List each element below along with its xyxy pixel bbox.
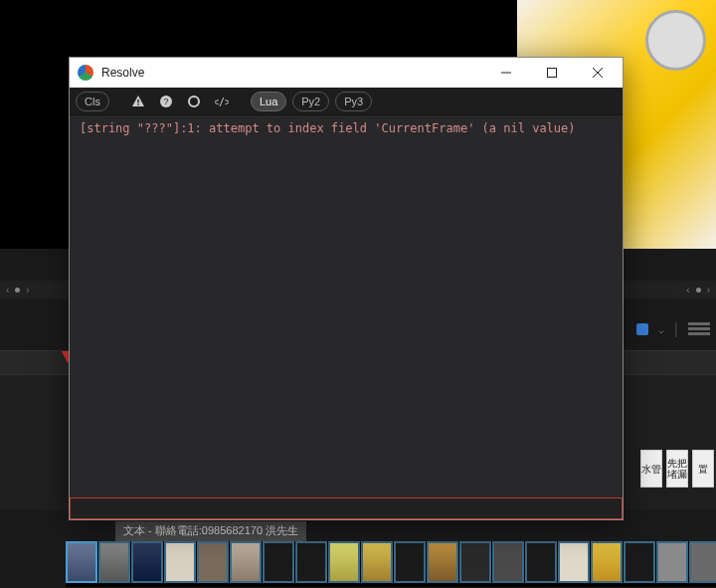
svg-rect-4 [137, 99, 138, 103]
media-thumb[interactable] [525, 541, 557, 583]
media-thumb[interactable] [295, 541, 327, 583]
chip[interactable]: 水管 [640, 450, 662, 488]
console-error-line: [string "???"]:1: attempt to index field… [80, 121, 613, 135]
media-thumb[interactable] [197, 541, 229, 583]
console-input-wrap [70, 497, 623, 519]
media-thumb[interactable] [394, 541, 426, 583]
console-input[interactable] [71, 498, 622, 518]
page-dots-right[interactable]: ‹ › [686, 285, 710, 295]
media-thumb[interactable] [66, 541, 97, 583]
console-body: Cls ? </> Lua Py2 Py3 [string "???"]:1: … [70, 88, 623, 519]
svg-rect-1 [548, 69, 557, 78]
dot-1[interactable] [15, 288, 20, 293]
svg-text:?: ? [163, 97, 168, 106]
page-dots-left[interactable]: ‹ › [6, 285, 30, 295]
chip[interactable]: 先把堵漏 [666, 450, 688, 488]
media-thumb[interactable] [591, 541, 623, 583]
media-thumb[interactable] [263, 541, 294, 583]
console-output[interactable]: [string "???"]:1: attempt to index field… [70, 115, 623, 497]
chevron-left-icon[interactable]: ‹ [686, 285, 689, 295]
media-thumbnail-strip[interactable] [66, 541, 716, 587]
layout-grid-icon[interactable] [688, 322, 710, 336]
media-thumb[interactable] [427, 541, 458, 583]
svg-point-9 [192, 99, 195, 102]
lang-py2-button[interactable]: Py2 [292, 92, 329, 111]
close-button[interactable] [575, 58, 621, 88]
media-thumb[interactable] [459, 541, 491, 583]
lang-lua-button[interactable]: Lua [251, 92, 286, 111]
window-title: Resolve [101, 66, 483, 80]
media-thumb[interactable] [624, 541, 655, 583]
gear-icon[interactable] [183, 92, 205, 111]
media-thumb[interactable] [492, 541, 524, 583]
dot-1[interactable] [696, 288, 701, 293]
console-window: Resolve Cls ? [69, 57, 624, 520]
clear-button[interactable]: Cls [76, 92, 109, 111]
chevron-right-icon[interactable]: › [707, 285, 710, 295]
console-toolbar: Cls ? </> Lua Py2 Py3 [70, 88, 623, 115]
maximize-button[interactable] [529, 58, 575, 88]
chip[interactable]: 置 [692, 450, 714, 488]
chevron-down-icon[interactable]: ⌵ [658, 324, 664, 335]
help-icon[interactable]: ? [155, 92, 177, 111]
media-thumb[interactable] [328, 541, 360, 583]
media-thumb[interactable] [164, 541, 196, 583]
svg-rect-5 [137, 103, 138, 104]
chevron-left-icon[interactable]: ‹ [6, 285, 9, 295]
lang-py3-button[interactable]: Py3 [335, 92, 372, 111]
clip-tooltip: 文本 - 聯絡電話:0985682170 洪先生 [115, 521, 306, 541]
svg-text:</>: </> [215, 96, 229, 106]
media-thumb[interactable] [656, 541, 688, 583]
color-swatch-icon[interactable] [636, 323, 648, 335]
media-thumb[interactable] [361, 541, 393, 583]
media-thumb[interactable] [98, 541, 130, 583]
warning-icon[interactable] [127, 92, 149, 111]
titlebar[interactable]: Resolve [70, 58, 623, 88]
subtitle-chips: 水管 先把堵漏 置 [640, 450, 714, 488]
media-thumb[interactable] [131, 541, 163, 583]
app-icon [78, 65, 93, 81]
media-thumb[interactable] [558, 541, 590, 583]
minimize-button[interactable] [483, 58, 529, 88]
media-thumb[interactable] [689, 541, 716, 583]
media-thumb[interactable] [230, 541, 262, 583]
chevron-right-icon[interactable]: › [26, 285, 29, 295]
code-icon[interactable]: </> [211, 92, 233, 111]
timeline-right-controls: ⌵ | [636, 318, 710, 340]
